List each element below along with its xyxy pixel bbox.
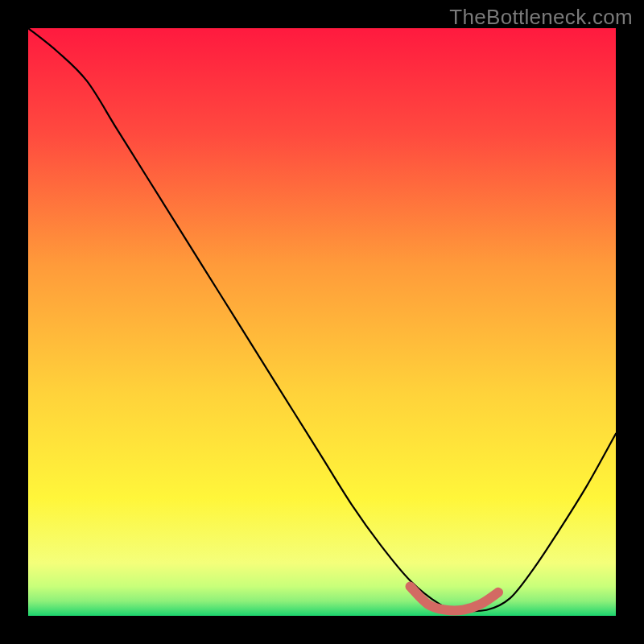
watermark-text: TheBottleneck.com [449,5,633,30]
chart-svg [28,28,616,616]
chart-frame: TheBottleneck.com [0,0,644,644]
gradient-background [28,28,616,616]
plot-area [28,28,616,616]
